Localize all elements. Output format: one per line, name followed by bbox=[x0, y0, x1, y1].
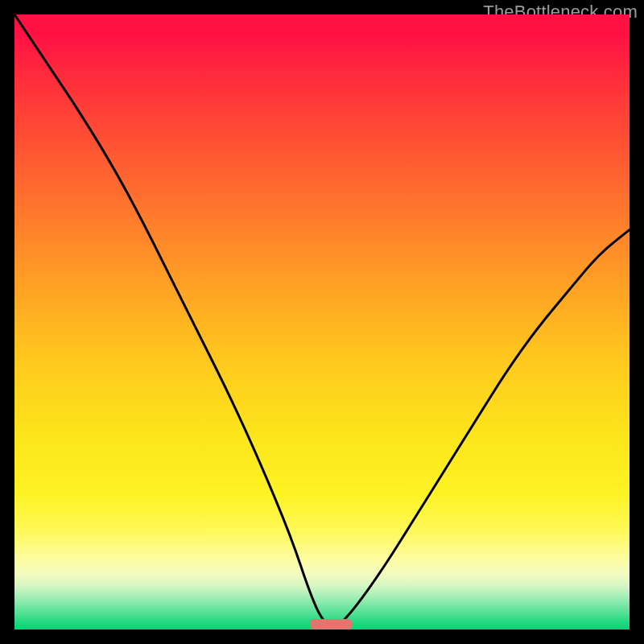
plot-area bbox=[14, 14, 630, 630]
chart-frame: TheBottleneck.com bbox=[0, 0, 644, 644]
optimal-marker bbox=[14, 14, 630, 630]
svg-rect-0 bbox=[310, 619, 353, 630]
